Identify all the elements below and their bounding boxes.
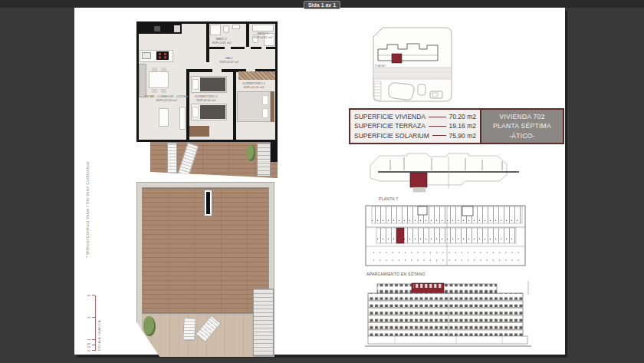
vanity (252, 25, 274, 31)
floor-level-plan-label: PLANTA 7 (379, 196, 398, 201)
interior-wall (209, 47, 225, 49)
surface-row-vivienda: SUPERFICIE VIVIENDA 70.20 m2 (354, 113, 476, 120)
chair (152, 89, 157, 93)
parking-plan-drawing (364, 204, 530, 270)
scale-tick-label: 3 (87, 317, 91, 319)
room-area: SUP=11.41 m2 (236, 85, 271, 89)
scale-tick-label: 0 (87, 350, 91, 352)
kitchen-appliance (154, 26, 160, 31)
leader-line (432, 135, 446, 136)
toilet (223, 25, 229, 33)
highlighted-parking-space (396, 228, 404, 243)
surface-label: SUPERFICIE TERRAZA (354, 122, 426, 130)
terrace-wall (271, 142, 278, 162)
surface-table-rows: SUPERFICIE VIVIENDA 70.20 m2 SUPERFICIE … (350, 110, 481, 143)
leader-line (429, 126, 446, 127)
tv-unit (159, 108, 169, 127)
building-elevation-drawing (364, 281, 533, 351)
skylight (205, 190, 212, 216)
contract-disclaimer-note: * Without Contract Value / Sin Valor Con… (85, 141, 90, 258)
room-area: SUP=3.81 m2 (209, 41, 234, 45)
bed-pillow (262, 108, 268, 118)
solarium (136, 182, 274, 357)
highlighted-unit (410, 173, 427, 187)
site-plan-label: PLANTA 7 (375, 64, 386, 68)
viewer-canvas[interactable]: Sida 1 av 1 * Without Contract Value / S… (0, 0, 644, 363)
sun-lounger (178, 143, 199, 177)
wardrobe (189, 126, 209, 137)
chair (161, 68, 166, 71)
scale-caption: ESCALA GRÁFICA (97, 295, 101, 351)
kitchen-appliance (174, 25, 180, 32)
document-page: * Without Contract Value / Sin Valor Con… (74, 8, 565, 355)
surface-label: SUPERFICIE VIVIENDA (354, 113, 426, 120)
graphic-scale: 0 0.5 1 3 5 ESCALA GRÁFICA (87, 295, 101, 351)
surface-value: 19.16 m2 (449, 122, 476, 130)
basin (232, 25, 240, 29)
headboard (271, 91, 274, 122)
room-area: SUP=8.56 m2 (189, 98, 223, 102)
interior-wall (266, 47, 275, 49)
bed-pillow (192, 79, 199, 90)
surface-label: SUPERFICIE SOLARIUM (354, 132, 429, 140)
room-label-hall: HALL SUP=4.67 m2 (215, 56, 243, 64)
unit-identity-box: VIVIENDA 702 PLANTA SÉPTIMA -ÁTICO- (481, 110, 563, 143)
unit-type: -ÁTICO- (481, 131, 563, 140)
bed-pillow (192, 107, 199, 117)
interior-wall (188, 69, 212, 72)
single-bed (191, 76, 227, 93)
surface-value: 75.90 m2 (449, 132, 476, 140)
solarium-stairs (253, 289, 274, 356)
scale-tick (92, 339, 95, 340)
sofa (139, 64, 146, 97)
apartment-floor-plan: ESTAR - COMEDOR - COCINA SUP=26.56 m2 BA… (136, 21, 278, 142)
scale-tick (92, 345, 95, 345)
room-label-bano2: BAÑO 2 SUP=3.81 m2 (209, 37, 234, 45)
surface-row-solarium: SUPERFICIE SOLARIUM 75.90 m2 (354, 132, 476, 140)
chair (152, 68, 157, 71)
room-area: SUP=4.67 m2 (215, 60, 243, 64)
surface-value: 70.20 m2 (449, 113, 476, 120)
scale-tick (92, 317, 95, 318)
room-area: SUP=4.65 m2 (251, 35, 275, 39)
terrace (150, 142, 278, 178)
plant (247, 144, 255, 161)
double-bed (237, 91, 271, 122)
scale-tick (92, 350, 95, 351)
room-label-dormitorio2: DORMITORIO 2 SUP=8.56 m2 (189, 94, 223, 102)
shower (210, 25, 221, 35)
interior-wall (233, 69, 236, 140)
wardrobe (238, 71, 275, 80)
sun-lounger (182, 318, 196, 342)
unit-floor: PLANTA SÉPTIMA (481, 121, 563, 130)
room-label-estar: ESTAR - COMEDOR - COCINA SUP=26.56 m2 (144, 94, 189, 102)
interior-wall (231, 47, 245, 49)
parking-plan-label: APARCAMIENTO EN SÓTANO (366, 272, 426, 276)
room-label-dormitorio1: DORMITORIO 1 SUP=11.41 m2 (236, 81, 271, 89)
room-area: SUP=26.56 m2 (144, 98, 189, 102)
chair (161, 89, 166, 93)
single-bed (191, 104, 227, 120)
room-label-bano1: BAÑO 1 SUP=4.65 m2 (251, 31, 275, 39)
page-indicator: Sida 1 av 1 (304, 1, 340, 9)
bed-blanket (200, 78, 225, 91)
terrace-stairs (257, 143, 271, 177)
dining-table (149, 71, 169, 88)
sun-lounger (167, 143, 177, 173)
scale-tick (92, 295, 95, 295)
highlighted-unit (392, 54, 402, 63)
scale-tick-label: 1 (87, 338, 91, 341)
interior-wall (251, 47, 261, 49)
scale-ruler: 0 0.5 1 3 5 (87, 295, 96, 351)
partition-cabinet (179, 107, 186, 130)
kitchen-sink (142, 52, 151, 59)
surface-row-terraza: SUPERFICIE TERRAZA 19.16 m2 (354, 122, 476, 130)
interior-wall (246, 24, 249, 47)
leader-line (429, 117, 445, 117)
bed-pillow (262, 95, 268, 105)
floor-level-plan-drawing (367, 150, 530, 195)
unit-number: VIVIENDA 702 (481, 112, 563, 121)
surface-table: SUPERFICIE VIVIENDA 70.20 m2 SUPERFICIE … (349, 108, 564, 144)
scale-tick-label: 5 (87, 295, 91, 297)
bed-blanket (200, 105, 225, 119)
